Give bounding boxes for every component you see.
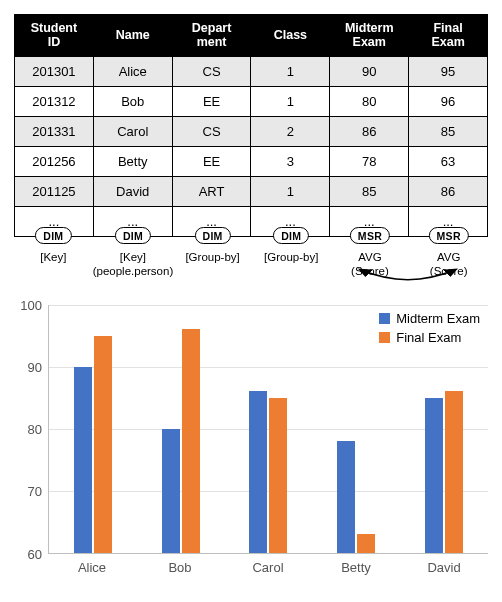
col-header: StudentID: [15, 15, 94, 57]
dim-tag: DIM: [35, 227, 71, 244]
bar-chart: 60708090100 Midterm Exam Final Exam Alic…: [14, 305, 488, 575]
bar: [425, 398, 443, 553]
col-header: Class: [251, 15, 330, 57]
cell: 201312: [15, 86, 94, 116]
bar: [182, 329, 200, 552]
cell: ART: [172, 176, 251, 206]
bar: [249, 391, 267, 552]
y-tick: 60: [28, 546, 42, 561]
column-annotations: DIM[Key] DIM[Key](people.person) DIM[Gro…: [14, 236, 488, 279]
table-row: 201301AliceCS19095: [15, 56, 488, 86]
cell: 96: [409, 86, 488, 116]
col-header: Department: [172, 15, 251, 57]
cell: 1: [251, 176, 330, 206]
table-row: 201331CarolCS28685: [15, 116, 488, 146]
cell: 2: [251, 116, 330, 146]
cell: 201256: [15, 146, 94, 176]
x-tick-label: Bob: [136, 554, 224, 575]
x-tick-label: David: [400, 554, 488, 575]
cell: Bob: [93, 86, 172, 116]
bar: [94, 336, 112, 553]
cell: 95: [409, 56, 488, 86]
table-row: 201312BobEE18096: [15, 86, 488, 116]
x-tick-label: Betty: [312, 554, 400, 575]
bar-group: [400, 305, 488, 553]
bar: [337, 441, 355, 553]
cell: 85: [409, 116, 488, 146]
col-header: MidtermExam: [330, 15, 409, 57]
annot-text: [Group-by]: [264, 251, 318, 263]
cell: EE: [172, 86, 251, 116]
y-tick: 70: [28, 484, 42, 499]
x-axis: AliceBobCarolBettyDavid: [48, 554, 488, 575]
bar: [162, 429, 180, 553]
cell: 78: [330, 146, 409, 176]
bar-group: [137, 305, 225, 553]
cell: 90: [330, 56, 409, 86]
cell: EE: [172, 146, 251, 176]
table-row: ..................: [15, 206, 488, 236]
bar-group: [225, 305, 313, 553]
table-row: 201256BettyEE37863: [15, 146, 488, 176]
y-tick: 90: [28, 359, 42, 374]
y-tick: 100: [20, 297, 42, 312]
annot-text: [Key](people.person): [93, 251, 174, 277]
bar-group: [312, 305, 400, 553]
cell: Carol: [93, 116, 172, 146]
cell: 201125: [15, 176, 94, 206]
data-table: StudentID Name Department Class MidtermE…: [14, 14, 488, 237]
bar: [269, 398, 287, 553]
cell: Alice: [93, 56, 172, 86]
annot-text: [Key]: [40, 251, 66, 263]
annot-text: AVG(Score): [430, 251, 468, 277]
bar: [74, 367, 92, 553]
bar: [357, 534, 375, 553]
plot-area: Midterm Exam Final Exam: [48, 305, 488, 554]
x-tick-label: Carol: [224, 554, 312, 575]
y-tick: 80: [28, 422, 42, 437]
bar-group: [49, 305, 137, 553]
cell: Betty: [93, 146, 172, 176]
cell: 86: [330, 116, 409, 146]
dim-tag: DIM: [115, 227, 151, 244]
annot-text: AVG(Score): [351, 251, 389, 277]
y-axis: 60708090100: [14, 305, 48, 554]
x-tick-label: Alice: [48, 554, 136, 575]
table-row: 201125DavidART18586: [15, 176, 488, 206]
cell: CS: [172, 116, 251, 146]
cell: David: [93, 176, 172, 206]
dim-tag: DIM: [195, 227, 231, 244]
bar: [445, 391, 463, 552]
cell: 80: [330, 86, 409, 116]
cell: 86: [409, 176, 488, 206]
cell: 85: [330, 176, 409, 206]
col-header: Name: [93, 15, 172, 57]
cell: 1: [251, 56, 330, 86]
col-header: FinalExam: [409, 15, 488, 57]
annot-text: [Group-by]: [185, 251, 239, 263]
dim-tag: DIM: [273, 227, 309, 244]
cell: 3: [251, 146, 330, 176]
cell: CS: [172, 56, 251, 86]
cell: 63: [409, 146, 488, 176]
cell: 1: [251, 86, 330, 116]
msr-tag: MSR: [350, 227, 390, 244]
cell: 201301: [15, 56, 94, 86]
cell: 201331: [15, 116, 94, 146]
msr-tag: MSR: [429, 227, 469, 244]
